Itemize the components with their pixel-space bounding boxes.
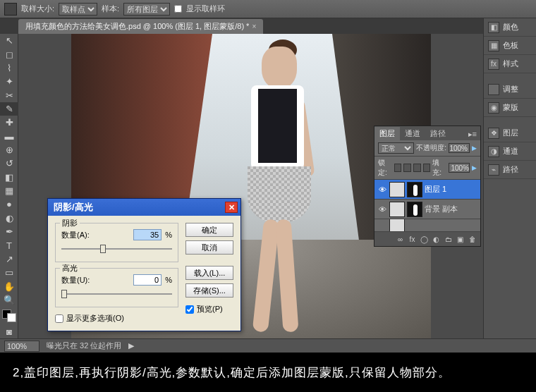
eraser-tool[interactable]: ◧ xyxy=(0,171,18,184)
save-button[interactable]: 存储(S)... xyxy=(185,283,233,298)
heal-tool[interactable]: ✚ xyxy=(0,116,18,129)
stamp-tool[interactable]: ⊕ xyxy=(0,143,18,157)
opacity-input[interactable] xyxy=(449,143,470,153)
dialog-title: 阴影/高光 xyxy=(54,201,93,214)
layer-row[interactable] xyxy=(374,219,480,232)
dodge-tool[interactable]: ◐ xyxy=(0,212,18,225)
layer-thumb[interactable] xyxy=(389,219,405,232)
rail-label: 蒙版 xyxy=(503,102,518,113)
marquee-tool[interactable]: ◻ xyxy=(0,47,18,61)
blur-tool[interactable]: ● xyxy=(0,197,18,211)
highlight-slider[interactable] xyxy=(61,288,172,300)
color-swatches[interactable] xyxy=(2,310,16,322)
trash-icon[interactable]: 🗑 xyxy=(467,234,477,245)
fill-input[interactable] xyxy=(449,163,470,173)
visibility-icon[interactable]: 👁 xyxy=(377,185,387,194)
folder-icon[interactable]: 🗀 xyxy=(443,234,453,245)
chevron-right-icon[interactable]: ▶ xyxy=(128,341,134,350)
layer-mask-thumb[interactable] xyxy=(407,202,422,217)
lock-pixel-icon[interactable] xyxy=(403,164,411,172)
document-tabs: 用填充颜色的方法给美女调色.psd @ 100% (图层 1, 图层蒙版/8) … xyxy=(0,18,536,34)
crop-tool[interactable]: ✂ xyxy=(0,88,18,102)
lock-pos-icon[interactable] xyxy=(413,164,421,172)
chevron-right-icon[interactable]: ▶ xyxy=(472,145,477,152)
visibility-icon[interactable]: 👁 xyxy=(377,205,387,214)
type-tool[interactable]: T xyxy=(0,238,18,252)
quickmask-toggle[interactable]: ◙ xyxy=(0,325,18,338)
tool-swatch[interactable] xyxy=(4,3,17,16)
rail-masks[interactable]: ◉蒙版 xyxy=(484,99,536,117)
sample-size-select[interactable]: 取样点 xyxy=(59,3,97,16)
rail-label: 通道 xyxy=(503,146,518,157)
new-layer-icon[interactable]: ▣ xyxy=(455,234,465,245)
lock-trans-icon[interactable] xyxy=(394,164,402,172)
dialog-titlebar[interactable]: 阴影/高光 ✕ xyxy=(48,199,240,216)
layer-name[interactable]: 图层 1 xyxy=(425,184,446,195)
rail-color[interactable]: ◧颜色 xyxy=(484,18,536,37)
opacity-label: 不透明度: xyxy=(416,143,446,153)
more-options-checkbox[interactable]: 显示更多选项(O) xyxy=(55,313,178,324)
sample-select[interactable]: 所有图层 xyxy=(123,3,170,16)
more-options-check[interactable] xyxy=(55,314,63,323)
chevron-right-icon[interactable]: ▶ xyxy=(472,164,477,171)
rail-styles[interactable]: fx样式 xyxy=(484,55,536,73)
layer-thumb[interactable] xyxy=(389,202,405,217)
rail-swatches[interactable]: ▦色板 xyxy=(484,37,536,55)
gradient-tool[interactable]: ▦ xyxy=(0,184,18,197)
rail-adjustments[interactable]: 调整 xyxy=(484,80,536,99)
preview-checkbox[interactable]: 预览(P) xyxy=(185,304,233,314)
history-brush-tool[interactable]: ↺ xyxy=(0,157,18,170)
rail-label: 色板 xyxy=(503,40,518,51)
load-button[interactable]: 载入(L)... xyxy=(185,266,233,280)
tab-channels[interactable]: 通道 xyxy=(400,127,425,140)
zoom-tool[interactable]: 🔍 xyxy=(0,293,18,307)
right-rail: ◧颜色 ▦色板 fx样式 调整 ◉蒙版 ❖图层 ◑通道 ⌁路径 xyxy=(483,18,536,353)
shape-tool[interactable]: ▭ xyxy=(0,266,18,279)
adjustment-icon[interactable]: ◐ xyxy=(431,234,441,245)
pct-label: % xyxy=(165,231,172,239)
preview-check[interactable] xyxy=(185,305,194,314)
document-tab[interactable]: 用填充颜色的方法给美女调色.psd @ 100% (图层 1, 图层蒙版/8) … xyxy=(18,19,263,34)
shadow-group: 阴影 数量(A): % xyxy=(55,223,178,262)
layer-name[interactable]: 背景 副本 xyxy=(425,204,458,214)
brush-tool[interactable]: ▬ xyxy=(0,130,18,143)
rail-layers[interactable]: ❖图层 xyxy=(484,124,536,142)
panel-menu-icon[interactable]: ▸≡ xyxy=(465,128,480,140)
shadow-amount-input[interactable] xyxy=(133,229,162,240)
blend-mode-select[interactable]: 正常 xyxy=(378,142,414,154)
rail-paths[interactable]: ⌁路径 xyxy=(484,161,536,179)
link-icon[interactable]: ∞ xyxy=(395,234,406,245)
layers-icon: ❖ xyxy=(488,128,499,139)
pen-tool[interactable]: ✒ xyxy=(0,225,18,238)
layer-thumb[interactable] xyxy=(389,182,405,197)
preview-label: 预览(P) xyxy=(197,304,223,314)
layer-row[interactable]: 👁 背景 副本 xyxy=(374,200,480,219)
rail-channels[interactable]: ◑通道 xyxy=(484,142,536,161)
paths-icon: ⌁ xyxy=(488,164,499,176)
hand-tool[interactable]: ✋ xyxy=(0,279,18,293)
tab-layers[interactable]: 图层 xyxy=(374,127,400,140)
move-tool[interactable]: ↖ xyxy=(0,34,18,47)
wand-tool[interactable]: ✦ xyxy=(0,75,18,88)
lasso-tool[interactable]: ⌇ xyxy=(0,61,18,75)
layer-mask-thumb[interactable] xyxy=(407,182,422,197)
eyedropper-tool[interactable]: ✎ xyxy=(0,102,18,116)
zoom-input[interactable] xyxy=(4,341,39,352)
layer-row[interactable]: 👁 图层 1 xyxy=(374,180,480,200)
highlight-group: 高光 数量(U): % xyxy=(55,268,178,307)
shadow-slider[interactable] xyxy=(61,243,172,255)
lock-all-icon[interactable] xyxy=(423,164,431,172)
fx-icon[interactable]: fx xyxy=(407,234,418,245)
tab-paths[interactable]: 路径 xyxy=(425,127,451,140)
mask-icon[interactable]: ◯ xyxy=(419,234,430,245)
color-icon: ◧ xyxy=(488,22,499,33)
show-ring-checkbox[interactable] xyxy=(174,5,182,13)
highlight-amount-input[interactable] xyxy=(133,274,162,286)
ok-button[interactable]: 确定 xyxy=(185,223,233,237)
close-icon[interactable]: ✕ xyxy=(225,202,238,213)
path-tool[interactable]: ↗ xyxy=(0,252,18,266)
show-ring-label: 显示取样环 xyxy=(186,4,225,14)
close-icon[interactable]: × xyxy=(252,23,256,30)
cancel-button[interactable]: 取消 xyxy=(185,240,233,255)
channels-icon: ◑ xyxy=(488,146,499,157)
